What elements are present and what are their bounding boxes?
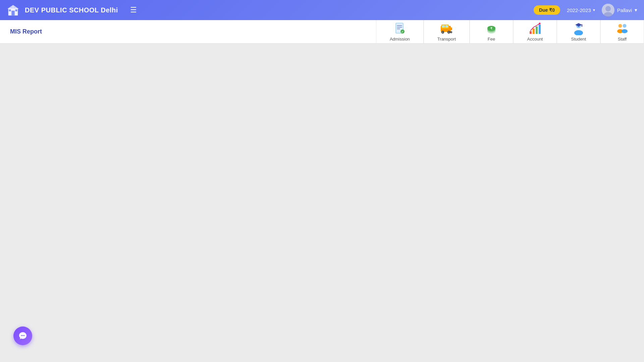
top-navbar: DEV PUBLIC SCHOOL Delhi ☰ Due ₹0 2022-20…: [0, 0, 644, 20]
staff-icon: [615, 22, 629, 35]
account-label: Account: [527, 37, 543, 42]
nav-admission[interactable]: ✓ Admission: [376, 20, 424, 43]
svg-rect-22: [450, 27, 452, 30]
user-profile[interactable]: Pallavi ▾: [602, 4, 637, 16]
svg-point-45: [622, 29, 628, 33]
menu-bar: MIS Report ✓ Admission: [0, 20, 644, 44]
svg-rect-2: [11, 11, 15, 15]
fee-label: Fee: [488, 37, 495, 42]
svg-rect-31: [530, 31, 532, 34]
chat-button[interactable]: [13, 326, 32, 345]
svg-point-37: [574, 30, 583, 35]
svg-point-44: [623, 24, 627, 28]
admission-icon: ✓: [393, 22, 407, 35]
svg-point-42: [619, 24, 622, 28]
year-chevron-icon: ▾: [593, 8, 595, 12]
svg-rect-34: [539, 24, 541, 34]
year-selector-button[interactable]: 2022-2023 ▾: [567, 7, 595, 13]
svg-point-21: [448, 32, 449, 33]
svg-point-24: [451, 32, 452, 33]
svg-rect-39: [578, 25, 579, 27]
svg-point-47: [22, 335, 23, 336]
svg-text:✓: ✓: [401, 30, 404, 34]
svg-rect-32: [533, 28, 535, 34]
nav-staff[interactable]: Staff: [600, 20, 644, 43]
svg-point-46: [21, 335, 22, 336]
avatar: [602, 4, 614, 16]
main-content: [0, 44, 644, 362]
menu-left: MIS Report: [0, 20, 101, 43]
page-title: MIS Report: [10, 28, 42, 35]
svg-rect-17: [445, 25, 448, 27]
nav-account[interactable]: Account: [513, 20, 557, 43]
svg-rect-5: [13, 6, 13, 8]
due-badge: Due ₹0: [534, 5, 560, 15]
staff-label: Staff: [618, 37, 627, 42]
due-badge-text: Due ₹0: [539, 7, 555, 13]
svg-rect-33: [536, 26, 538, 34]
svg-text:₹: ₹: [490, 27, 492, 30]
student-label: Student: [571, 37, 586, 42]
nav-student[interactable]: Student: [557, 20, 600, 43]
nav-fee[interactable]: ₹ ₹ Fee: [470, 20, 513, 43]
svg-rect-41: [582, 25, 582, 27]
svg-point-19: [442, 32, 443, 33]
transport-icon: [440, 22, 453, 35]
school-logo-icon: [7, 4, 19, 16]
nav-transport[interactable]: Transport: [424, 20, 470, 43]
year-label: 2022-2023: [567, 7, 591, 13]
svg-point-6: [605, 6, 611, 11]
svg-rect-4: [15, 9, 17, 11]
menu-items: ✓ Admission: [101, 20, 644, 43]
user-chevron-icon: ▾: [635, 7, 637, 13]
student-icon: [572, 22, 585, 35]
user-name-label: Pallavi: [617, 7, 632, 13]
svg-point-35: [539, 23, 541, 24]
chat-icon: [18, 331, 27, 340]
navbar-left: DEV PUBLIC SCHOOL Delhi ☰: [7, 4, 140, 16]
school-name: DEV PUBLIC SCHOOL Delhi: [25, 6, 118, 14]
navbar-right: Due ₹0 2022-2023 ▾ Pallavi ▾: [534, 4, 637, 16]
transport-label: Transport: [437, 37, 456, 42]
fee-icon: ₹ ₹: [485, 22, 498, 35]
svg-rect-16: [442, 25, 445, 27]
hamburger-button[interactable]: ☰: [127, 4, 140, 16]
svg-rect-3: [9, 9, 11, 11]
svg-point-48: [24, 335, 25, 336]
account-icon: [528, 22, 542, 35]
admission-label: Admission: [390, 37, 410, 42]
svg-point-7: [604, 12, 612, 16]
